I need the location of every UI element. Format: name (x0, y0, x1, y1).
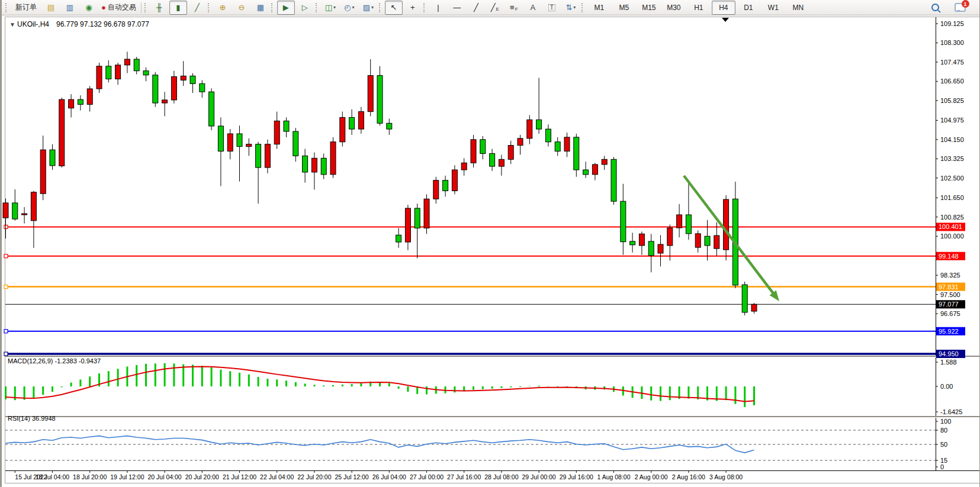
zoom-out-icon: ⊖ (238, 4, 245, 11)
notifications-button[interactable]: 1 (951, 1, 969, 15)
candle-bull (368, 76, 373, 112)
time-tick-label: 22 Jul 20:00 (297, 473, 331, 480)
toolbar-grip[interactable] (5, 3, 8, 12)
tf-h4-button[interactable]: H4 (712, 1, 735, 15)
indicators-button[interactable]: ◫▾ (322, 1, 339, 15)
candle-bull (115, 65, 121, 79)
tf-h1-button[interactable]: H1 (687, 1, 711, 15)
toolbar: 新订单▤▥◉●自动交易╫▮╱⊕⊖▦▶▷◫▾◴▾▨▾↖+|—╱╱E≡FAT⇅▾M1… (2, 0, 979, 15)
candle-bear (12, 203, 18, 219)
market-watch-icon[interactable]: ▤ (42, 1, 60, 15)
candle-bear (574, 137, 579, 170)
toolbar-grip[interactable] (144, 3, 147, 12)
templates-button[interactable]: ▨▾ (359, 1, 377, 15)
time-tick-label: 20 Jul 20:00 (185, 473, 219, 480)
arrows-button[interactable]: ⇅▾ (562, 1, 580, 15)
tf-m15-button[interactable]: M15 (637, 1, 661, 15)
zoom-out-button[interactable]: ⊖ (233, 1, 250, 15)
candle-bear (443, 180, 448, 191)
candle-bear (143, 71, 149, 75)
tf-mn-button[interactable]: MN (786, 1, 810, 15)
candle-bull (658, 244, 663, 253)
tool-letter: F (515, 7, 518, 12)
chart-shift-button[interactable]: ▷ (296, 1, 314, 15)
macd-scale-label: 0.00 (940, 383, 953, 390)
search-button[interactable] (926, 1, 944, 15)
channel-icon: ╱ (491, 4, 496, 11)
periods-icon: ◴ (344, 4, 351, 11)
chart-canvas[interactable]: ▼UKOil-,H496.779 97.132 96.678 97.077109… (2, 15, 980, 487)
toolbar-grip[interactable] (423, 3, 426, 12)
candle-bull (452, 170, 457, 191)
tf-d1-button[interactable]: D1 (737, 1, 760, 15)
terminal-icon[interactable]: ◉ (80, 1, 98, 15)
tile-windows-button[interactable]: ▦ (252, 1, 269, 15)
bar-chart-button[interactable]: ╫ (150, 1, 168, 15)
tf-m5-button[interactable]: M5 (612, 1, 636, 15)
tf-w1-button[interactable]: W1 (761, 1, 785, 15)
toolbar-grip[interactable] (271, 3, 274, 12)
horizontal-line-button[interactable]: — (448, 1, 466, 15)
tf-m15-button-label: M15 (642, 4, 656, 12)
time-tick-label: 25 Jul 12:00 (335, 473, 368, 480)
toolbar-grip[interactable] (208, 3, 211, 12)
price-badge-label: 99.148 (939, 253, 959, 260)
navigator-icon[interactable]: ▥ (61, 1, 79, 15)
channel-button[interactable]: ╱E (486, 1, 504, 15)
tf-mn-button-label: MN (793, 4, 804, 12)
search-icon (931, 4, 939, 11)
macd-scale-label: -1.6425 (940, 408, 962, 415)
candlestick-chart-button[interactable]: ▮ (169, 1, 187, 15)
trendline-button[interactable]: ╱ (467, 1, 485, 15)
auto-scroll-button[interactable]: ▶ (277, 1, 295, 15)
text-label-icon: T (548, 4, 555, 11)
toolbar-grip[interactable] (581, 3, 584, 12)
time-tick-label: 27 Jul 00:00 (410, 473, 444, 480)
candle-bear (218, 126, 223, 151)
line-chart-button[interactable]: ╱ (188, 1, 206, 15)
dropdown-arrow-icon[interactable]: ▾ (333, 5, 336, 10)
fibonacci-button[interactable]: ≡F (505, 1, 523, 15)
candle-bull (433, 180, 439, 199)
toolbar-grip[interactable] (379, 3, 382, 12)
candle-bear (621, 201, 626, 241)
tf-m30-button[interactable]: M30 (662, 1, 686, 15)
line-anchor-handle[interactable] (4, 285, 8, 289)
time-tick-label: 19 Jul 12:00 (110, 473, 144, 480)
candle-bull (40, 150, 46, 193)
price-tick-label: 103.325 (940, 155, 964, 162)
cursor-button[interactable]: ↖ (385, 1, 403, 15)
zoom-in-button[interactable]: ⊕ (214, 1, 232, 15)
tf-m1-button[interactable]: M1 (587, 1, 611, 15)
dropdown-arrow-icon[interactable]: ▾ (352, 5, 355, 10)
line-anchor-handle[interactable] (4, 330, 8, 333)
autotrading-button[interactable]: ●自动交易 (99, 1, 139, 15)
vertical-line-button[interactable]: | (429, 1, 447, 15)
toolbar-grip[interactable] (316, 3, 319, 12)
time-tick-label: 28 Jul 08:00 (484, 473, 518, 480)
candle-bull (461, 163, 467, 170)
candle-bear (106, 66, 111, 79)
crosshair-button[interactable]: + (404, 1, 422, 15)
dropdown-arrow-icon[interactable]: ▾ (371, 5, 374, 10)
tf-w1-button-label: W1 (768, 4, 779, 12)
candle-bear (377, 76, 383, 124)
text-button[interactable]: A (524, 1, 542, 15)
tile-windows-icon: ▦ (257, 4, 264, 11)
new-order-button[interactable]: 新订单 (11, 1, 41, 15)
line-anchor-handle[interactable] (4, 254, 8, 258)
price-tick-label: 96.675 (940, 310, 960, 317)
price-badge-label: 94.950 (939, 350, 959, 357)
dropdown-arrow-icon[interactable]: ▾ (573, 5, 576, 10)
candle-bear (303, 156, 308, 172)
text-label-button[interactable]: T (543, 1, 561, 15)
tf-m5-button-label: M5 (619, 4, 629, 12)
candle-bull (714, 236, 719, 249)
periods-button[interactable]: ◴▾ (340, 1, 358, 15)
candle-bull (22, 214, 27, 215)
line-anchor-handle[interactable] (4, 352, 8, 356)
candle-bear (705, 236, 710, 246)
trendline-icon: ╱ (474, 4, 478, 11)
candle-bull (751, 304, 757, 311)
new-order-button-label: 新订单 (15, 2, 37, 12)
